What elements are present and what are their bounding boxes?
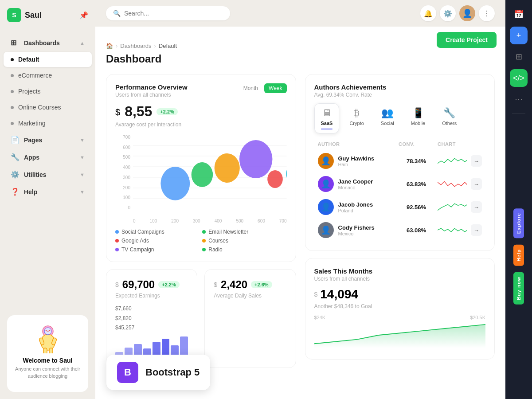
author-conv-4: 63.08% (399, 227, 434, 234)
bottom-stats: $ 69,700 +2.2% Expected Earnings $7,660 … (106, 269, 296, 368)
view-button-1[interactable]: → (471, 155, 482, 167)
chevron-icon: ▼ (80, 189, 85, 195)
x-label-300: 300 (193, 219, 200, 223)
sidebar-item-online-courses[interactable]: Online Courses (4, 100, 92, 115)
search-input[interactable] (124, 10, 223, 17)
grid-icon[interactable]: ⊞ (510, 48, 528, 66)
earnings-badge: +2.2% (158, 281, 180, 288)
legend-dot (115, 248, 119, 251)
y-label-0: 0 (128, 205, 130, 210)
author-chart-1: → (438, 155, 482, 167)
plus-icon[interactable]: + (510, 27, 528, 44)
sidebar-item-apps[interactable]: 🔧 Apps ▼ (4, 149, 92, 165)
create-project-button[interactable]: Create Project (437, 32, 497, 48)
sidebar-item-pages[interactable]: 📄 Pages ▼ (4, 132, 92, 148)
y-label-200: 200 (123, 185, 130, 190)
performance-section: Performance Overview Users from all chan… (106, 74, 296, 368)
legend-tv: TV Campaign (115, 246, 200, 253)
daily-sales-value: 2,420 (221, 278, 247, 291)
author-info-2: 👤 Jane Cooper Monaco (318, 176, 395, 192)
avatar[interactable]: 👤 (459, 5, 475, 21)
view-button-3[interactable]: → (471, 201, 482, 213)
sidebar-item-dashboards[interactable]: ⊞ Dashboards ▲ (4, 35, 92, 51)
pin-icon[interactable]: 📌 (79, 11, 88, 20)
sidebar-bottom: Welcome to Saul Anyone can connect with … (0, 308, 95, 399)
social-icon: 👥 (381, 107, 393, 119)
author-avatar-3: 👤 (318, 199, 334, 215)
utilities-icon: ⚙️ (11, 170, 20, 179)
breadcrumb-home-icon[interactable]: 🏠 (106, 43, 113, 49)
author-details-3: Jacob Jones Poland (338, 201, 373, 213)
y-label-205k: $20.5K (470, 315, 485, 320)
sidebar-item-ecommerce[interactable]: eCommerce (4, 68, 92, 83)
search-box[interactable]: 🔍 (106, 6, 230, 20)
right-labels: Explore Help Buy now (513, 119, 524, 394)
earnings-header: $ 69,700 +2.2% (115, 278, 188, 291)
metric-value: 8,55 (125, 103, 152, 120)
breadcrumb-dashboards[interactable]: Dashboards (120, 43, 151, 49)
authors-section: Authors Achievements Avg. 69.34% Conv. R… (305, 74, 495, 360)
tab-mobile[interactable]: 📱 Mobile (404, 103, 432, 133)
x-label-500: 500 (236, 219, 243, 223)
metric-display: $ 8,55 +2.2% (115, 103, 287, 120)
chart-y-axis: 700 600 500 400 300 200 100 0 (115, 135, 133, 210)
tab-social[interactable]: 👥 Social (374, 103, 401, 133)
view-button-4[interactable]: → (471, 224, 482, 236)
earnings-items: $7,660 $2,820 $45,257 (115, 304, 188, 333)
y-label-700: 700 (123, 135, 130, 140)
sidebar-header: S Saul 📌 (0, 0, 95, 30)
sales-month-header: Sales This Months Users from all channel… (314, 267, 486, 282)
saas-icon: 🖥 (322, 107, 332, 119)
sidebar-item-marketing[interactable]: Marketing (4, 116, 92, 131)
help-label[interactable]: Help (513, 245, 524, 266)
settings-icon[interactable]: ⚙️ (440, 5, 456, 21)
dots-icon[interactable]: ⋯ (510, 90, 528, 108)
menu-icon[interactable]: ⋮ (479, 5, 495, 21)
y-label-24k: $24K (314, 315, 326, 320)
daily-sales-card: $ 2,420 +2.6% Average Daily Sales (204, 269, 296, 368)
sales-chart-labels: $24K $20.5K (314, 315, 486, 320)
authors-title: Authors Achievements (314, 83, 387, 91)
chevron-icon: ▲ (80, 40, 85, 46)
sales-area-chart (314, 322, 486, 348)
currency-small-2: $ (214, 281, 217, 288)
sidebar-item-projects[interactable]: Projects (4, 84, 92, 99)
calendar-icon[interactable]: 📅 (510, 5, 528, 23)
period-week-button[interactable]: Week (264, 83, 286, 93)
welcome-card: Welcome to Saul Anyone can connect with … (7, 315, 88, 392)
sidebar-item-default[interactable]: Default (4, 52, 92, 67)
y-label-400: 400 (123, 165, 130, 170)
sidebar-item-utilities[interactable]: ⚙️ Utilities ▼ (4, 166, 92, 183)
table-row: 👤 Cody Fishers Mexico 63.08% (314, 219, 486, 242)
dashboard-grid: Performance Overview Users from all chan… (106, 74, 495, 368)
author-chart-4: → (438, 224, 482, 236)
performance-card-header: Performance Overview Users from all chan… (115, 83, 287, 98)
tab-crypto[interactable]: ₿ Crypto (343, 103, 370, 133)
legend-dot (115, 239, 119, 243)
earnings-label: Expected Earnings (115, 293, 188, 299)
legend-dot (202, 230, 206, 234)
svg-point-16 (239, 140, 272, 178)
metric-badge: +2.2% (156, 108, 178, 115)
sales-month-card: Sales This Months Users from all channel… (305, 258, 495, 360)
notification-icon[interactable]: 🔔 (420, 5, 436, 21)
authors-table: AUTHOR CONV. CHART 👤 Guy Hawk (314, 139, 486, 242)
tab-saas[interactable]: 🖥 SaaS (314, 103, 340, 133)
x-label-0: 0 (133, 219, 136, 223)
sidebar-item-help[interactable]: ❓ Help ▼ (4, 184, 92, 200)
breadcrumb-sep2: › (154, 43, 156, 49)
tab-others[interactable]: 🔧 Others (435, 103, 463, 133)
breadcrumb-sep1: › (116, 43, 117, 49)
performance-card: Performance Overview Users from all chan… (106, 74, 296, 262)
author-info-1: 👤 Guy Hawkins Haiti (318, 153, 395, 169)
legend-social: Social Campaigns (115, 229, 200, 235)
app-logo: S (7, 8, 21, 22)
mobile-icon: 📱 (412, 107, 424, 119)
period-month-button[interactable]: Month (239, 83, 262, 93)
code-icon[interactable]: </> (510, 69, 528, 87)
buy-now-label[interactable]: Buy now (513, 272, 524, 305)
explore-label[interactable]: Explore (513, 208, 524, 238)
table-header: AUTHOR CONV. CHART (314, 139, 486, 149)
view-button-2[interactable]: → (471, 178, 482, 190)
legend-email: Email Newsletter (202, 229, 286, 235)
